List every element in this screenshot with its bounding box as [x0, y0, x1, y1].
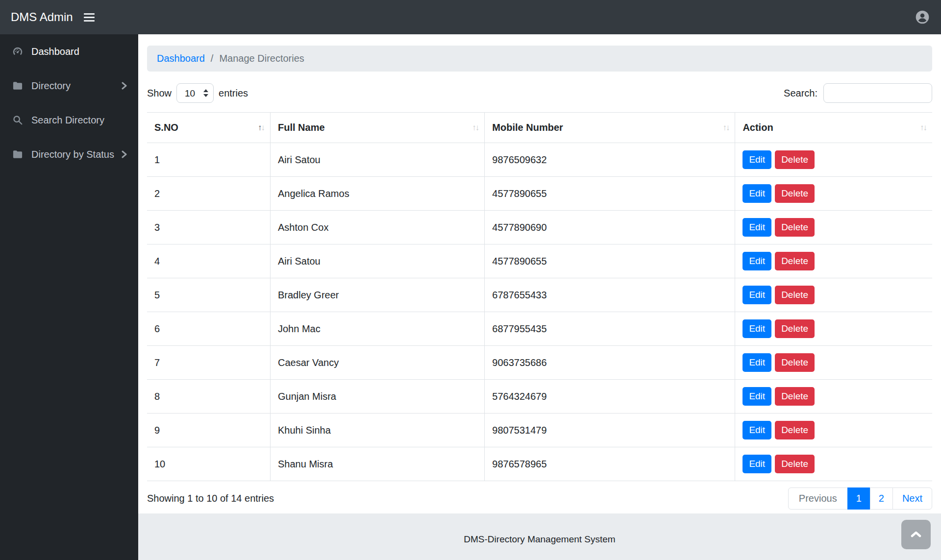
delete-button[interactable]: Delete — [775, 150, 815, 169]
cell-action: EditDelete — [735, 177, 932, 211]
delete-button[interactable]: Delete — [775, 319, 815, 338]
sidebar-item-directory[interactable]: Directory — [0, 69, 138, 103]
cell-sno: 5 — [147, 278, 271, 312]
cell-mobile: 6877955435 — [485, 312, 735, 346]
edit-button[interactable]: Edit — [743, 218, 771, 237]
sort-icon: ↑↓ — [722, 123, 729, 133]
column-header-mobile-number[interactable]: Mobile Number↑↓ — [485, 113, 735, 143]
table-row: 5Bradley Greer6787655433EditDelete — [147, 278, 932, 312]
table-row: 1Airi Satou9876509632EditDelete — [147, 143, 932, 177]
entries-label: entries — [219, 88, 248, 99]
search-input[interactable] — [823, 83, 932, 103]
edit-button[interactable]: Edit — [743, 252, 771, 270]
table-header-row: S.NO↑↓Full Name↑↓Mobile Number↑↓Action↑↓ — [147, 113, 932, 143]
brand-link[interactable]: DMS Admin — [11, 10, 73, 24]
menu-icon[interactable] — [84, 13, 95, 22]
pagination-previous[interactable]: Previous — [788, 487, 848, 510]
edit-button[interactable]: Edit — [743, 353, 771, 372]
cell-mobile: 9063735686 — [485, 346, 735, 380]
column-header-label: Full Name — [278, 122, 325, 133]
pagination: Previous12Next — [788, 487, 932, 510]
sidebar-item-search-directory[interactable]: Search Directory — [0, 103, 138, 137]
pagination-next[interactable]: Next — [892, 487, 932, 510]
cell-mobile: 9807531479 — [485, 414, 735, 447]
sidebar: DashboardDirectorySearch DirectoryDirect… — [0, 34, 138, 560]
cell-action: EditDelete — [735, 312, 932, 346]
sidebar-item-label: Directory by Status — [31, 149, 114, 160]
delete-button[interactable]: Delete — [775, 184, 815, 203]
sidebar-item-directory-by-status[interactable]: Directory by Status — [0, 137, 138, 171]
delete-button[interactable]: Delete — [775, 387, 815, 406]
edit-button[interactable]: Edit — [743, 387, 771, 406]
cell-sno: 2 — [147, 177, 271, 211]
page-footer: DMS-Directory Management System — [138, 513, 941, 560]
cell-mobile: 4577890690 — [485, 211, 735, 244]
content-area: Dashboard / Manage Directories Show 10 — [138, 34, 941, 513]
directory-table: S.NO↑↓Full Name↑↓Mobile Number↑↓Action↑↓… — [147, 112, 932, 481]
cell-sno: 4 — [147, 244, 271, 278]
column-header-action[interactable]: Action↑↓ — [735, 113, 932, 143]
breadcrumb-dashboard-link[interactable]: Dashboard — [157, 53, 205, 64]
column-header-full-name[interactable]: Full Name↑↓ — [271, 113, 485, 143]
column-header-s-no[interactable]: S.NO↑↓ — [147, 113, 271, 143]
dashboard-icon — [11, 46, 25, 57]
sort-icon: ↑↓ — [258, 123, 264, 133]
chevron-up-icon — [911, 531, 921, 539]
folder-icon — [11, 149, 25, 159]
cell-mobile: 9876509632 — [485, 143, 735, 177]
chevron-right-icon — [121, 150, 127, 158]
sidebar-item-dashboard[interactable]: Dashboard — [0, 34, 138, 69]
cell-name: Angelica Ramos — [271, 177, 485, 211]
cell-action: EditDelete — [735, 346, 932, 380]
sidebar-item-label: Search Directory — [31, 115, 104, 126]
search-control: Search: — [784, 83, 932, 103]
cell-name: Caesar Vancy — [271, 346, 485, 380]
cell-sno: 10 — [147, 447, 271, 481]
cell-name: Shanu Misra — [271, 447, 485, 481]
delete-button[interactable]: Delete — [775, 421, 815, 439]
delete-button[interactable]: Delete — [775, 218, 815, 237]
cell-action: EditDelete — [735, 143, 932, 177]
cell-mobile: 6787655433 — [485, 278, 735, 312]
edit-button[interactable]: Edit — [743, 421, 771, 439]
cell-action: EditDelete — [735, 244, 932, 278]
footer-text: DMS-Directory Management System — [464, 534, 615, 544]
sort-icon: ↑↓ — [472, 123, 478, 133]
cell-sno: 9 — [147, 414, 271, 447]
chevron-right-icon — [121, 82, 127, 90]
table-row: 10Shanu Misra9876578965EditDelete — [147, 447, 932, 481]
table-row: 8Gunjan Misra5764324679EditDelete — [147, 380, 932, 414]
folder-icon — [11, 81, 25, 91]
pagination-2[interactable]: 2 — [870, 487, 893, 510]
cell-name: Airi Satou — [271, 244, 485, 278]
column-header-label: S.NO — [154, 122, 178, 133]
cell-name: John Mac — [271, 312, 485, 346]
cell-name: Ashton Cox — [271, 211, 485, 244]
scroll-to-top-button[interactable] — [901, 520, 931, 549]
delete-button[interactable]: Delete — [775, 455, 815, 473]
table-body: 1Airi Satou9876509632EditDelete2Angelica… — [147, 143, 932, 481]
table-controls: Show 10 entrie — [147, 83, 932, 103]
cell-name: Bradley Greer — [271, 278, 485, 312]
edit-button[interactable]: Edit — [743, 184, 771, 203]
page-size-control: Show 10 entrie — [147, 83, 248, 103]
cell-action: EditDelete — [735, 380, 932, 414]
cell-mobile: 9876578965 — [485, 447, 735, 481]
cell-sno: 7 — [147, 346, 271, 380]
edit-button[interactable]: Edit — [743, 455, 771, 473]
page-size-select[interactable]: 10 — [176, 83, 214, 103]
delete-button[interactable]: Delete — [775, 353, 815, 372]
edit-button[interactable]: Edit — [743, 286, 771, 304]
search-label: Search: — [784, 88, 817, 99]
delete-button[interactable]: Delete — [775, 286, 815, 304]
breadcrumb-current: Manage Directories — [219, 53, 304, 64]
edit-button[interactable]: Edit — [743, 150, 771, 169]
cell-name: Khuhi Sinha — [271, 414, 485, 447]
top-navbar: DMS Admin — [0, 0, 941, 34]
pagination-1[interactable]: 1 — [847, 487, 870, 510]
sidebar-item-label: Directory — [31, 80, 71, 92]
table-row: 2Angelica Ramos4577890655EditDelete — [147, 177, 932, 211]
user-circle-icon[interactable] — [915, 9, 930, 25]
edit-button[interactable]: Edit — [743, 319, 771, 338]
delete-button[interactable]: Delete — [775, 252, 815, 270]
